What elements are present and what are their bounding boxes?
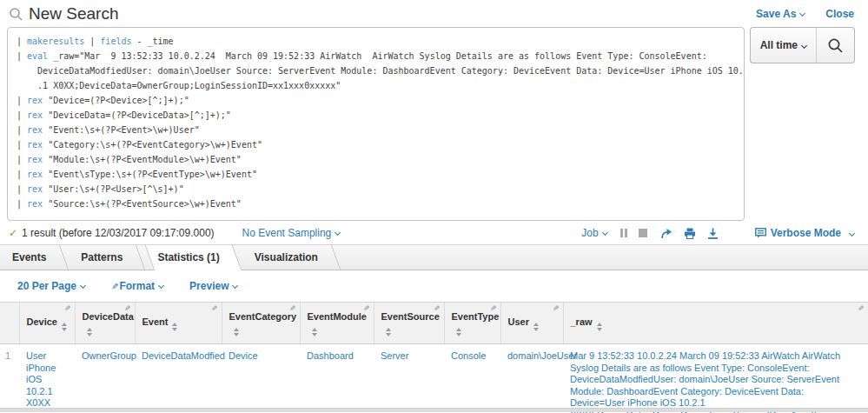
job-label: Job [581, 227, 598, 239]
time-range-picker[interactable]: All time [750, 27, 817, 63]
horizontal-scrollbar[interactable] [0, 408, 868, 412]
column-label: User [508, 316, 529, 327]
sort-icon[interactable] [62, 323, 67, 331]
chevron-down-icon [335, 230, 341, 236]
column-header-eventtype[interactable]: EventType✎ [444, 303, 500, 344]
search-bar: | makeresults | fields - _time| eval _ra… [0, 27, 868, 221]
per-page-label: 20 Per Page [17, 280, 76, 292]
tab-statistics-1[interactable]: Statistics (1) [145, 245, 242, 270]
chevron-down-icon [799, 10, 805, 17]
column-header-event[interactable]: Event✎ [135, 303, 222, 344]
job-menu[interactable]: Job [581, 227, 606, 239]
cell-devicedata[interactable]: OwnerGroup [75, 344, 135, 413]
row-number-header [0, 303, 19, 344]
print-icon[interactable] [684, 228, 696, 239]
cell-eventsource[interactable]: Server [374, 344, 444, 413]
stop-icon[interactable] [639, 229, 647, 237]
search-submit-button[interactable] [817, 27, 855, 63]
search-mode-selector[interactable]: Verbose Mode [755, 227, 854, 239]
save-as-button[interactable]: Save As [756, 8, 805, 20]
row-number: 1 [0, 344, 19, 413]
pencil-icon[interactable]: ✎ [553, 304, 560, 313]
sort-icon[interactable] [312, 328, 317, 336]
tab-label: Events [12, 251, 46, 263]
column-label: _raw [571, 316, 593, 327]
pencil-icon[interactable]: ✎ [124, 304, 131, 313]
cell-raw[interactable]: Mar 9 13:52:33 10.0.2.24 March 09 19:52:… [563, 344, 868, 413]
sort-icon[interactable] [172, 323, 177, 331]
save-as-label: Save As [756, 8, 796, 20]
tab-label: Statistics (1) [157, 251, 219, 263]
share-icon[interactable] [660, 228, 673, 239]
format-dropdown[interactable]: ✎Format [111, 280, 163, 292]
pencil-icon[interactable]: ✎ [363, 304, 370, 313]
event-sampling-dropdown[interactable]: No Event Sampling [242, 227, 341, 239]
cell-eventcategory[interactable]: Device [222, 344, 300, 413]
pencil-icon[interactable]: ✎ [64, 304, 71, 313]
pencil-icon[interactable]: ✎ [211, 304, 218, 313]
chevron-down-icon [158, 283, 164, 289]
chevron-down-icon [232, 283, 238, 289]
search-icon [827, 37, 844, 54]
column-header-raw[interactable]: _raw✎ [563, 303, 868, 344]
tab-events[interactable]: Events [0, 245, 69, 270]
sort-icon[interactable] [87, 328, 92, 336]
table-controls: 20 Per Page ✎Format Preview [0, 270, 868, 301]
statistics-table: Device✎DeviceData✎Event✎EventCategory✎Ev… [0, 302, 868, 413]
table-header-row: Device✎DeviceData✎Event✎EventCategory✎Ev… [0, 303, 868, 344]
pencil-icon[interactable]: ✎ [289, 304, 296, 313]
column-header-devicedata[interactable]: DeviceData✎ [75, 303, 135, 344]
tab-label: Patterns [81, 251, 123, 263]
column-header-device[interactable]: Device✎ [19, 303, 75, 344]
sort-icon[interactable] [386, 328, 391, 336]
pencil-icon: ✎ [111, 282, 118, 291]
column-label: Device [27, 316, 57, 327]
tab-patterns[interactable]: Patterns [69, 245, 145, 270]
table-row: 1User iPhone iOS 10.2.1 X0XXOwnerGroupDe… [0, 344, 868, 413]
top-bar: New Search Save As Close [0, 0, 868, 27]
chevron-down-icon [80, 283, 86, 289]
column-header-eventmodule[interactable]: EventModule✎ [300, 303, 374, 344]
column-label: EventModule [308, 311, 367, 322]
result-status: 1 result (before 12/03/2017 09:17:09.000… [22, 227, 215, 239]
pause-icon[interactable] [620, 229, 627, 237]
time-range-label: All time [760, 39, 798, 51]
chevron-down-icon [849, 230, 855, 236]
column-header-eventcategory[interactable]: EventCategory✎ [222, 303, 300, 344]
sort-icon[interactable] [234, 328, 239, 336]
verbose-mode-label: Verbose Mode [771, 227, 841, 239]
pencil-icon[interactable]: ✎ [858, 304, 865, 313]
column-label: EventCategory [229, 311, 297, 322]
chevron-down-icon [801, 42, 807, 48]
export-icon[interactable] [707, 228, 719, 239]
column-header-user[interactable]: User✎ [500, 303, 563, 344]
page-title: New Search [29, 4, 119, 23]
per-page-dropdown[interactable]: 20 Per Page [17, 280, 85, 292]
query-text: | makeresults | fields - _time| eval _ra… [17, 34, 735, 211]
cell-eventmodule[interactable]: Dashboard [300, 344, 374, 413]
tab-bar: EventsPatternsStatistics (1)Visualizatio… [0, 244, 868, 270]
cell-event[interactable]: DeviceDataModfied [135, 344, 222, 413]
sort-icon[interactable] [597, 323, 602, 331]
sort-icon[interactable] [456, 328, 461, 336]
results-bar: ✓ 1 result (before 12/03/2017 09:17:09.0… [0, 221, 868, 244]
tab-visualization[interactable]: Visualization [242, 245, 341, 270]
tab-label: Visualization [255, 251, 318, 263]
cell-device[interactable]: User iPhone iOS 10.2.1 X0XX [19, 344, 75, 413]
preview-dropdown[interactable]: Preview [189, 280, 237, 292]
pencil-icon[interactable]: ✎ [434, 304, 441, 313]
splunk-search-app: New Search Save As Close | makeresults |… [0, 0, 868, 413]
check-icon: ✓ [9, 227, 17, 239]
search-icon [9, 7, 23, 22]
cell-user[interactable]: domain\JoeUser [500, 344, 563, 413]
chevron-down-icon [602, 230, 608, 236]
verbose-mode-icon [755, 228, 766, 238]
sort-icon[interactable] [533, 323, 539, 331]
column-label: EventSource [381, 311, 440, 322]
search-query-input[interactable]: | makeresults | fields - _time| eval _ra… [7, 27, 745, 221]
cell-eventtype[interactable]: Console [444, 344, 500, 413]
close-button[interactable]: Close [825, 8, 854, 20]
column-header-eventsource[interactable]: EventSource✎ [374, 303, 444, 344]
pencil-icon[interactable]: ✎ [490, 304, 497, 313]
preview-label: Preview [189, 280, 229, 292]
